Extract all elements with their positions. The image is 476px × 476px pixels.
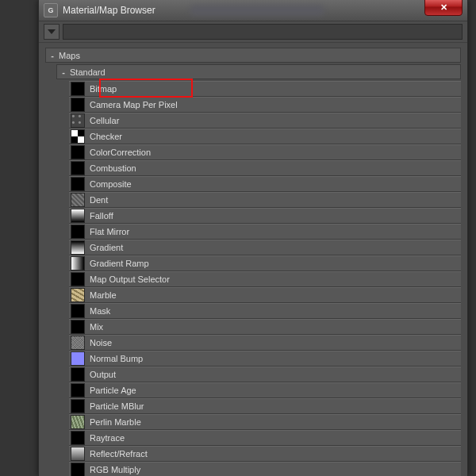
map-item[interactable]: Camera Map Per Pixel xyxy=(69,97,461,113)
map-label: Camera Map Per Pixel xyxy=(90,100,178,109)
map-item[interactable]: Map Output Selector xyxy=(69,271,461,287)
map-item[interactable]: Perlin Marble xyxy=(69,414,461,430)
map-label: Output xyxy=(90,370,116,379)
map-label: Reflect/Refract xyxy=(90,449,148,459)
browser-window: G Material/Map Browser ✕ - Maps - Standa… xyxy=(38,0,468,476)
map-item[interactable]: Particle MBlur xyxy=(69,398,461,414)
group-maps[interactable]: - Maps xyxy=(45,48,461,63)
map-label: RGB Multiply xyxy=(90,465,140,474)
map-swatch xyxy=(71,320,85,334)
map-item[interactable]: Noise xyxy=(69,335,461,351)
map-label: Falloff xyxy=(90,211,113,221)
map-label: Particle Age xyxy=(90,386,136,395)
map-label: ColorCorrection xyxy=(90,148,151,157)
map-swatch xyxy=(71,304,85,318)
map-swatch xyxy=(71,82,85,96)
map-swatch xyxy=(71,272,85,286)
map-item[interactable]: Particle Age xyxy=(69,382,461,398)
map-label: Cellular xyxy=(90,116,119,125)
map-swatch xyxy=(71,463,85,476)
map-item[interactable]: Flat Mirror xyxy=(69,224,461,240)
map-swatch xyxy=(71,367,85,382)
map-swatch xyxy=(71,225,85,239)
map-item[interactable]: Gradient xyxy=(69,240,461,255)
map-swatch xyxy=(71,351,85,366)
map-item[interactable]: Dent xyxy=(69,192,461,208)
map-item[interactable]: Raytrace xyxy=(69,430,461,446)
map-label: Gradient xyxy=(90,243,123,252)
group-label: Standard xyxy=(70,67,106,77)
map-label: Perlin Marble xyxy=(90,417,141,427)
map-swatch xyxy=(71,336,85,350)
window-title: Material/Map Browser xyxy=(63,5,155,16)
map-list: BitmapCamera Map Per PixelCellularChecke… xyxy=(69,81,461,476)
toolbar xyxy=(39,21,467,43)
map-swatch xyxy=(71,113,85,128)
map-item[interactable]: Output xyxy=(69,367,461,382)
map-swatch xyxy=(71,447,85,461)
app-icon: G xyxy=(44,3,58,17)
map-item[interactable]: Checker xyxy=(69,129,461,144)
map-label: Raytrace xyxy=(90,433,125,443)
map-swatch xyxy=(71,129,85,144)
close-button[interactable]: ✕ xyxy=(424,0,463,16)
map-item[interactable]: Cellular xyxy=(69,113,461,129)
map-swatch xyxy=(71,240,85,255)
map-item[interactable]: Combustion xyxy=(69,160,461,176)
map-item[interactable]: Bitmap xyxy=(69,81,461,97)
map-swatch xyxy=(71,288,85,302)
collapse-icon: - xyxy=(60,69,67,75)
titlebar[interactable]: G Material/Map Browser ✕ xyxy=(39,0,467,21)
map-swatch xyxy=(71,209,85,223)
map-label: Mask xyxy=(90,306,110,316)
map-swatch xyxy=(71,431,85,445)
group-label: Maps xyxy=(59,51,80,60)
map-swatch xyxy=(71,145,85,159)
map-label: Bitmap xyxy=(90,84,117,94)
map-item[interactable]: Mask xyxy=(69,303,461,319)
map-label: Marble xyxy=(90,290,117,300)
map-label: Checker xyxy=(90,132,122,141)
map-label: Combustion xyxy=(90,163,136,173)
map-label: Map Output Selector xyxy=(90,274,170,284)
map-label: Particle MBlur xyxy=(90,401,144,411)
group-standard[interactable]: - Standard xyxy=(56,64,461,79)
map-item[interactable]: Composite xyxy=(69,176,461,192)
map-label: Noise xyxy=(90,338,112,347)
map-swatch xyxy=(71,399,85,413)
titlebar-blur xyxy=(190,5,324,16)
map-label: Dent xyxy=(90,195,108,205)
map-item[interactable]: Mix xyxy=(69,319,461,335)
panel: - Maps - Standard BitmapCamera Map Per P… xyxy=(45,48,461,476)
map-label: Mix xyxy=(90,322,103,332)
close-icon: ✕ xyxy=(440,2,447,13)
map-item[interactable]: ColorCorrection xyxy=(69,144,461,160)
map-item[interactable]: Marble xyxy=(69,287,461,303)
map-item[interactable]: RGB Multiply xyxy=(69,462,461,476)
map-swatch xyxy=(71,256,85,271)
options-dropdown-button[interactable] xyxy=(44,24,60,40)
map-label: Gradient Ramp xyxy=(90,259,149,268)
map-label: Flat Mirror xyxy=(90,227,129,236)
map-item[interactable]: Falloff xyxy=(69,208,461,224)
map-swatch xyxy=(71,177,85,191)
map-item[interactable]: Reflect/Refract xyxy=(69,446,461,462)
map-swatch xyxy=(71,161,85,175)
map-swatch xyxy=(71,415,85,429)
map-swatch xyxy=(71,383,85,397)
map-label: Normal Bump xyxy=(90,354,143,363)
search-input[interactable] xyxy=(63,24,463,40)
map-swatch xyxy=(71,98,85,112)
map-item[interactable]: Normal Bump xyxy=(69,351,461,367)
map-item[interactable]: Gradient Ramp xyxy=(69,255,461,271)
map-label: Composite xyxy=(90,179,132,189)
chevron-down-icon xyxy=(48,29,56,34)
map-swatch xyxy=(71,193,85,207)
collapse-icon: - xyxy=(49,52,56,59)
